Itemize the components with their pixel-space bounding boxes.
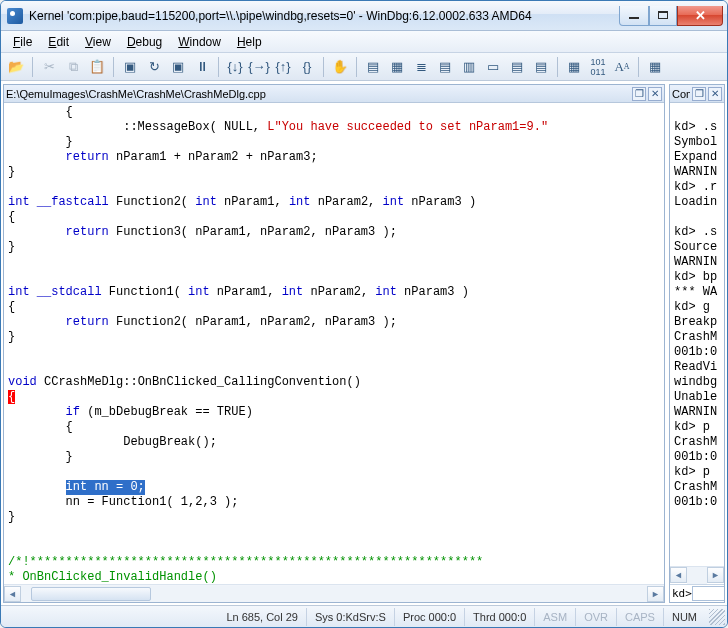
go-icon[interactable]: ▣ bbox=[119, 56, 141, 78]
command-pane: Command ❐ ✕ kd> .s Symbol Expand WARNIN … bbox=[669, 84, 725, 603]
cmd-scroll-left-icon[interactable]: ◄ bbox=[670, 567, 687, 583]
status-sys[interactable]: Sys 0:KdSrv:S bbox=[306, 608, 394, 626]
command-input-row: kd> bbox=[670, 584, 724, 602]
source-body: { ::MessageBox( NULL, L"You have succeed… bbox=[4, 103, 664, 602]
memory-icon[interactable]: ▦ bbox=[386, 56, 408, 78]
cmd-scroll-right-icon[interactable]: ► bbox=[707, 567, 724, 583]
font-icon[interactable]: AA bbox=[611, 56, 633, 78]
scratch-icon[interactable]: ▥ bbox=[458, 56, 480, 78]
status-position: Ln 685, Col 29 bbox=[218, 608, 306, 626]
command-pane-header[interactable]: Command ❐ ✕ bbox=[670, 85, 724, 103]
menu-debug[interactable]: Debug bbox=[119, 33, 170, 51]
menu-view[interactable]: View bbox=[77, 33, 119, 51]
step-into-icon[interactable]: {↓} bbox=[224, 56, 246, 78]
source-code-area[interactable]: { ::MessageBox( NULL, L"You have succeed… bbox=[4, 103, 664, 584]
paste-icon[interactable]: 📋 bbox=[86, 56, 108, 78]
menu-edit[interactable]: Edit bbox=[40, 33, 77, 51]
step-over-icon[interactable]: {→} bbox=[248, 56, 270, 78]
maximize-button[interactable] bbox=[649, 6, 677, 26]
source-hscrollbar[interactable]: ◄ ► bbox=[4, 584, 664, 602]
watch-icon[interactable]: ▤ bbox=[506, 56, 528, 78]
command-input[interactable] bbox=[692, 586, 724, 601]
disassembly-icon[interactable]: ▤ bbox=[434, 56, 456, 78]
menu-file[interactable]: File bbox=[5, 33, 40, 51]
scroll-track[interactable] bbox=[21, 586, 647, 602]
step-out-icon[interactable]: {↑} bbox=[272, 56, 294, 78]
status-num: NUM bbox=[663, 608, 705, 626]
scroll-right-icon[interactable]: ► bbox=[647, 586, 664, 602]
command-icon[interactable]: ▭ bbox=[482, 56, 504, 78]
workspace: E:\QemuImages\CrashMe\CrashMe\CrashMeDlg… bbox=[1, 81, 727, 605]
close-cmd-icon[interactable]: ✕ bbox=[708, 87, 722, 101]
binary-icon[interactable]: 101011 bbox=[587, 56, 609, 78]
hand-icon[interactable]: ✋ bbox=[329, 56, 351, 78]
restore-cmd-icon[interactable]: ❐ bbox=[692, 87, 706, 101]
toolbar-opts-icon[interactable]: ▦ bbox=[644, 56, 666, 78]
source-pane-header[interactable]: E:\QemuImages\CrashMe\CrashMe\CrashMeDlg… bbox=[4, 85, 664, 103]
command-hscrollbar[interactable]: ◄ ► bbox=[670, 566, 724, 584]
close-button[interactable]: ✕ bbox=[677, 6, 723, 26]
scroll-thumb[interactable] bbox=[31, 587, 151, 601]
command-prompt: kd> bbox=[672, 587, 692, 600]
windbg-window: Kernel 'com:pipe,baud=115200,port=\\.\pi… bbox=[0, 0, 728, 628]
run-to-cursor-icon[interactable]: {} bbox=[296, 56, 318, 78]
call-stack-icon[interactable]: ≣ bbox=[410, 56, 432, 78]
locals-icon[interactable]: ▤ bbox=[530, 56, 552, 78]
status-asm: ASM bbox=[534, 608, 575, 626]
window-title: Kernel 'com:pipe,baud=115200,port=\\.\pi… bbox=[29, 9, 619, 23]
status-caps: CAPS bbox=[616, 608, 663, 626]
resize-grip-icon[interactable] bbox=[709, 609, 725, 625]
source-icon[interactable]: ▦ bbox=[563, 56, 585, 78]
status-ovr: OVR bbox=[575, 608, 616, 626]
statusbar: Ln 685, Col 29 Sys 0:KdSrv:S Proc 000:0 … bbox=[1, 605, 727, 627]
copy-icon[interactable]: ⧉ bbox=[62, 56, 84, 78]
toolbar: 📂 ✂ ⧉ 📋 ▣ ↻ ▣ ⏸ {↓} {→} {↑} {} ✋ ▤ ▦ ≣ ▤… bbox=[1, 53, 727, 81]
window-buttons: ✕ bbox=[619, 6, 723, 26]
restart-icon[interactable]: ↻ bbox=[143, 56, 165, 78]
titlebar[interactable]: Kernel 'com:pipe,baud=115200,port=\\.\pi… bbox=[1, 1, 727, 31]
registers-icon[interactable]: ▤ bbox=[362, 56, 384, 78]
break-icon[interactable]: ⏸ bbox=[191, 56, 213, 78]
command-title: Command bbox=[672, 88, 690, 100]
status-proc[interactable]: Proc 000:0 bbox=[394, 608, 464, 626]
command-body: kd> .s Symbol Expand WARNIN kd> .r Loadi… bbox=[670, 103, 724, 602]
source-pane: E:\QemuImages\CrashMe\CrashMe\CrashMeDlg… bbox=[3, 84, 665, 603]
close-pane-icon[interactable]: ✕ bbox=[648, 87, 662, 101]
cmd-scroll-track[interactable] bbox=[687, 567, 707, 584]
status-thrd[interactable]: Thrd 000:0 bbox=[464, 608, 534, 626]
minimize-button[interactable] bbox=[619, 6, 649, 26]
menu-help[interactable]: Help bbox=[229, 33, 270, 51]
command-output[interactable]: kd> .s Symbol Expand WARNIN kd> .r Loadi… bbox=[670, 103, 724, 566]
stop-icon[interactable]: ▣ bbox=[167, 56, 189, 78]
restore-pane-icon[interactable]: ❐ bbox=[632, 87, 646, 101]
source-path: E:\QemuImages\CrashMe\CrashMe\CrashMeDlg… bbox=[6, 88, 630, 100]
app-icon bbox=[7, 8, 23, 24]
scroll-left-icon[interactable]: ◄ bbox=[4, 586, 21, 602]
open-icon[interactable]: 📂 bbox=[5, 56, 27, 78]
cut-icon[interactable]: ✂ bbox=[38, 56, 60, 78]
menu-window[interactable]: Window bbox=[170, 33, 229, 51]
menubar: File Edit View Debug Window Help bbox=[1, 31, 727, 53]
